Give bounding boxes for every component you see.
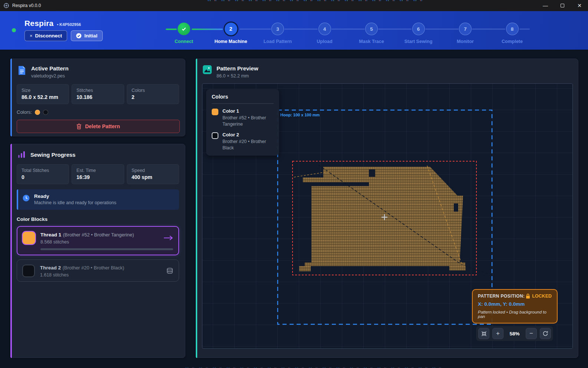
close-button[interactable]: ✕ bbox=[571, 0, 588, 11]
stat-colors: Colors 2 bbox=[127, 84, 179, 104]
step-circle: 4 bbox=[318, 23, 331, 35]
locked-badge: LOCKED bbox=[526, 294, 552, 299]
window-title: Respira v0.0.0 bbox=[12, 3, 41, 8]
pan-hint: Pattern locked • Drag background to pan bbox=[478, 310, 552, 319]
x-icon: × bbox=[30, 33, 33, 39]
lock-icon bbox=[526, 294, 530, 299]
thread-stitch-count: 1.618 stitches bbox=[40, 272, 124, 278]
colors-label: Colors: bbox=[17, 109, 32, 115]
stat-total-stitches: Total Stitches 0 bbox=[17, 164, 69, 184]
step-connect[interactable]: Connect bbox=[161, 11, 207, 44]
pattern-canvas[interactable]: Hoop: 100 x 100 mm Colors Color 1 Brothe… bbox=[202, 83, 573, 349]
color-blocks-heading: Color Blocks bbox=[11, 216, 185, 222]
thread-progress-bar bbox=[40, 248, 173, 250]
thread-stitch-count: 8.568 stitches bbox=[40, 239, 134, 245]
thread-color-swatch bbox=[22, 265, 35, 277]
legend-title: Colors bbox=[212, 94, 274, 104]
pattern-position-overlay: PATTERN POSITION: LOCKED X: 0.0mm, Y: 0.… bbox=[472, 289, 558, 324]
stat-stitches: Stitches 10.186 bbox=[72, 84, 124, 104]
status-detail: Machine is idle and ready for operations bbox=[34, 200, 116, 205]
color-swatch bbox=[35, 110, 40, 115]
step-circle: 7 bbox=[459, 23, 472, 35]
reset-view-button[interactable] bbox=[540, 328, 551, 339]
initial-button[interactable]: Initial bbox=[71, 30, 102, 41]
titlebar: Respira v0.0.0 — ✕ bbox=[0, 0, 588, 11]
step-monitor[interactable]: 7 Monitor bbox=[442, 11, 489, 44]
maximize-icon bbox=[561, 4, 564, 7]
connection-status-dot bbox=[12, 28, 16, 32]
check-icon bbox=[181, 26, 187, 32]
colors-legend: Colors Color 1 Brother #52 • Brother Tan… bbox=[206, 89, 279, 156]
zoom-in-button[interactable]: + bbox=[492, 328, 503, 339]
step-load-pattern[interactable]: 3 Load Pattern bbox=[254, 11, 301, 44]
step-circle bbox=[178, 23, 190, 35]
card-title: Active Pattern bbox=[31, 65, 69, 72]
hoop-label: Hoop: 100 x 100 mm bbox=[280, 113, 320, 117]
compress-icon bbox=[481, 331, 487, 336]
app-name: Respira bbox=[24, 19, 53, 28]
step-circle: 2 bbox=[224, 21, 238, 36]
zoom-toolbar: + 58% − bbox=[476, 326, 553, 341]
bar-chart-icon bbox=[17, 150, 26, 159]
card-title: Sewing Progress bbox=[30, 152, 76, 158]
legend-item: Color 2 Brother #20 • Brother Black bbox=[212, 132, 274, 151]
screen-artifact-top bbox=[208, 0, 423, 1]
zoom-level: 58% bbox=[506, 331, 523, 336]
status-title: Ready bbox=[34, 193, 116, 199]
app-window: Respira v0.0.0 — ✕ Respira • K4P502956 ×… bbox=[0, 0, 588, 368]
plus-icon: + bbox=[496, 330, 500, 337]
minimize-button[interactable]: — bbox=[537, 0, 554, 11]
color-swatch bbox=[212, 109, 218, 115]
minimize-icon: — bbox=[543, 3, 548, 9]
zoom-out-button[interactable]: − bbox=[526, 328, 537, 339]
arrow-right-icon bbox=[163, 235, 173, 241]
stat-est-time: Est. Time 16:39 bbox=[72, 164, 124, 184]
legend-item: Color 1 Brother #52 • Brother Tangerine bbox=[212, 108, 274, 127]
step-start-sewing[interactable]: 6 Start Sewing bbox=[395, 11, 442, 44]
stat-size: Size 86.0 x 52.2 mm bbox=[17, 84, 69, 104]
document-icon bbox=[17, 65, 26, 76]
circle-check-icon bbox=[76, 33, 82, 39]
active-pattern-card: Active Pattern valetudogv2.pes Size 86.0… bbox=[10, 59, 185, 136]
delete-pattern-button[interactable]: Delete Pattern bbox=[17, 120, 180, 133]
step-circle: 6 bbox=[412, 23, 425, 35]
maximize-button[interactable] bbox=[554, 0, 571, 11]
fit-view-button[interactable] bbox=[478, 328, 489, 339]
image-icon bbox=[203, 65, 212, 74]
jump-stitch-line bbox=[460, 264, 495, 276]
step-mask-trace[interactable]: 5 Mask Trace bbox=[348, 11, 395, 44]
color-swatch bbox=[212, 132, 218, 139]
step-circle: 5 bbox=[365, 23, 378, 35]
refresh-icon bbox=[542, 331, 548, 336]
step-home-machine[interactable]: 2 Home Machine bbox=[208, 11, 254, 44]
pattern-coordinates: X: 0.0mm, Y: 0.0mm bbox=[478, 301, 552, 307]
thread-block-1[interactable]: Thread 1 (Brother #52 • Brother Tangerin… bbox=[17, 226, 179, 255]
step-circle: 3 bbox=[271, 23, 284, 35]
trash-icon bbox=[76, 123, 82, 129]
thread-block-2[interactable]: Thread 2 (Brother #20 • Brother Black) 1… bbox=[17, 259, 179, 282]
app-header: Respira • K4P502956 × Disconnect Initial bbox=[0, 11, 588, 50]
step-complete[interactable]: 8 Complete bbox=[489, 11, 536, 44]
stat-speed: Speed 400 spm bbox=[127, 164, 179, 184]
minus-icon: − bbox=[529, 330, 533, 337]
workflow-stepper: Connect 2 Home Machine 3 Load Pattern 4 … bbox=[161, 11, 536, 50]
device-id: • K4P502956 bbox=[57, 22, 81, 27]
close-icon: ✕ bbox=[577, 3, 582, 9]
sewing-progress-card: Sewing Progress Total Stitches 0 Est. Ti… bbox=[10, 144, 185, 358]
pattern-preview-card: Pattern Preview 86.0 × 52.2 mm bbox=[196, 59, 578, 358]
step-circle: 8 bbox=[506, 23, 519, 35]
pattern-filename: valetudogv2.pes bbox=[31, 73, 69, 79]
app-icon bbox=[3, 3, 9, 9]
step-upload[interactable]: 4 Upload bbox=[301, 11, 348, 44]
thread-color-swatch bbox=[23, 232, 35, 244]
machine-status-box: Ready Machine is idle and ready for oper… bbox=[17, 189, 179, 210]
clock-icon bbox=[23, 195, 30, 202]
card-title: Pattern Preview bbox=[217, 65, 258, 72]
disconnect-button[interactable]: × Disconnect bbox=[24, 30, 67, 41]
preview-dimensions: 86.0 × 52.2 mm bbox=[217, 73, 258, 79]
layers-icon bbox=[166, 267, 174, 275]
color-swatch bbox=[43, 110, 48, 115]
